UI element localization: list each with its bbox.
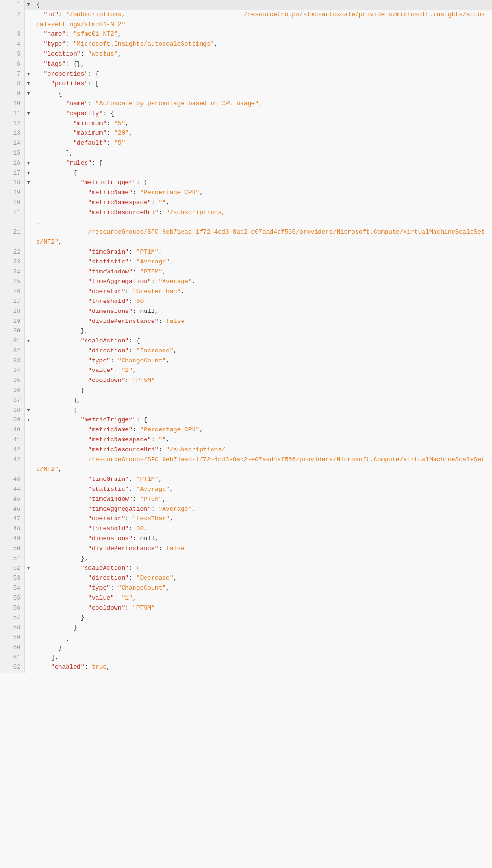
key-token: "cooldown" xyxy=(36,605,125,612)
collapse-toggle[interactable]: ▼ xyxy=(27,160,30,166)
line-toggle xyxy=(25,119,32,129)
line-toggle xyxy=(25,495,32,505)
line-toggle xyxy=(25,287,32,297)
line-content: "scaleAction": { xyxy=(32,564,492,574)
line-toggle[interactable]: ▼ xyxy=(25,109,32,119)
table-row: 3 "name": "sfmc01-NT2", xyxy=(0,29,492,39)
line-toggle[interactable]: ▼ xyxy=(25,415,32,425)
table-row: 41 "metricNamespace": "", xyxy=(0,435,492,445)
line-content: "scaleAction": { xyxy=(32,336,492,346)
collapse-toggle[interactable]: ▼ xyxy=(27,180,30,185)
bool-val-token: false xyxy=(166,545,184,552)
line-toggle[interactable]: ▼ xyxy=(25,336,32,346)
line-content: "threshold": 50, xyxy=(32,297,492,307)
punct-token: : { xyxy=(129,337,140,344)
table-row: 1▼{ xyxy=(0,0,492,10)
key-token: "timeGrain" xyxy=(36,248,129,255)
collapse-toggle[interactable]: ▼ xyxy=(27,91,30,97)
collapse-toggle[interactable]: ▼ xyxy=(27,338,30,344)
line-toggle[interactable]: ▼ xyxy=(25,79,32,89)
line-toggle[interactable]: ▼ xyxy=(25,89,32,99)
line-content: { xyxy=(32,168,492,178)
string-val-token: "/subscriptions/ xyxy=(166,446,225,453)
line-toggle xyxy=(25,138,32,148)
line-toggle[interactable]: ▼ xyxy=(25,178,32,188)
string-val-token: "PT5M" xyxy=(140,268,162,275)
line-content: { xyxy=(32,406,492,416)
table-row: 50 "dividePerInstance": false xyxy=(0,544,492,554)
punct-token: } xyxy=(36,624,77,631)
line-toggle xyxy=(25,227,32,247)
line-content: ], xyxy=(32,653,492,663)
line-toggle[interactable]: ▼ xyxy=(25,406,32,416)
line-toggle xyxy=(25,455,32,475)
punct-token: : xyxy=(125,515,133,522)
line-number: 12 xyxy=(0,119,25,129)
punct-token: : xyxy=(133,189,140,196)
punct-token: : { xyxy=(129,565,140,572)
table-row: 49 "dimensions": null, xyxy=(0,534,492,544)
table-row: 10 "name": "Autoscale by percentage base… xyxy=(0,99,492,109)
punct-token: } xyxy=(36,387,84,394)
punct-token: }, xyxy=(36,327,88,334)
line-content: "direction": "Decrease", xyxy=(32,574,492,584)
key-token: "metricName" xyxy=(36,189,133,196)
line-number: 26 xyxy=(0,287,25,297)
line-toggle[interactable]: ▼ xyxy=(25,69,32,79)
punct-token: : xyxy=(58,11,66,18)
line-number: 45 xyxy=(0,495,25,505)
line-toggle xyxy=(25,613,32,623)
line-toggle xyxy=(25,257,32,267)
line-toggle xyxy=(25,623,32,633)
key-token: "threshold" xyxy=(36,298,129,305)
key-token: "tags" xyxy=(36,60,66,68)
key-token: "operator" xyxy=(36,288,125,295)
line-content: "operator": "GreaterThan", xyxy=(32,287,492,297)
collapse-toggle[interactable]: ▼ xyxy=(27,2,30,8)
code-container: 1▼{2 "id": "/subscriptions, /resourceGro… xyxy=(0,0,492,868)
table-row: 5 "location": "westus", xyxy=(0,49,492,59)
line-toggle xyxy=(25,307,32,317)
line-content: "type": "ChangeCount", xyxy=(32,356,492,366)
key-token: "metricTrigger" xyxy=(36,179,136,186)
bool-val-token: false xyxy=(166,318,184,325)
line-toggle[interactable]: ▼ xyxy=(25,158,32,168)
punct-token: , xyxy=(133,595,136,602)
table-row: 33 "type": "ChangeCount", xyxy=(0,356,492,366)
key-token: "timeWindow" xyxy=(36,268,133,275)
punct-token: : xyxy=(133,535,140,542)
line-content: "metricTrigger": { xyxy=(32,178,492,188)
key-token: "dimensions" xyxy=(36,535,133,542)
collapse-toggle[interactable]: ▼ xyxy=(27,408,30,413)
collapse-toggle[interactable]: ▼ xyxy=(27,71,30,77)
line-content: "tags": {}, xyxy=(32,59,492,69)
punct-token: , xyxy=(133,367,136,374)
line-number: 15 xyxy=(0,148,25,158)
punct-token: } xyxy=(36,644,62,651)
num-val-token: 30 xyxy=(136,525,144,532)
punct-token: : xyxy=(133,308,140,315)
line-toggle[interactable]: ▼ xyxy=(25,0,32,10)
line-toggle[interactable]: ▼ xyxy=(25,168,32,178)
key-token: "cooldown" xyxy=(36,377,125,384)
line-content: "metricNamespace": "", xyxy=(32,198,492,208)
collapse-toggle[interactable]: ▼ xyxy=(27,111,30,117)
punct-token: : xyxy=(106,129,114,137)
collapse-toggle[interactable]: ▼ xyxy=(27,81,30,87)
collapse-toggle[interactable]: ▼ xyxy=(27,417,30,423)
line-number: 23 xyxy=(0,257,25,267)
collapse-toggle[interactable]: ▼ xyxy=(27,566,30,571)
line-toggle xyxy=(25,514,32,524)
line-content: { xyxy=(32,89,492,99)
line-content: "enabled": true, xyxy=(32,663,492,673)
punct-token: , xyxy=(144,525,147,532)
table-row: 26 "operator": "GreaterThan", xyxy=(0,287,492,297)
table-row: 21 /resourceGroups/SFC_9eb71eac-1f72-4cd… xyxy=(0,227,492,247)
line-toggle[interactable]: ▼ xyxy=(25,564,32,574)
table-row: 43 "timeGrain": "PT1M", xyxy=(0,475,492,485)
line-number: 44 xyxy=(0,485,25,495)
table-row: 40 "metricName": "Percentage CPU", xyxy=(0,425,492,435)
null-val-token: null xyxy=(140,308,154,315)
punct-token: , xyxy=(166,436,170,443)
collapse-toggle[interactable]: ▼ xyxy=(27,170,30,176)
